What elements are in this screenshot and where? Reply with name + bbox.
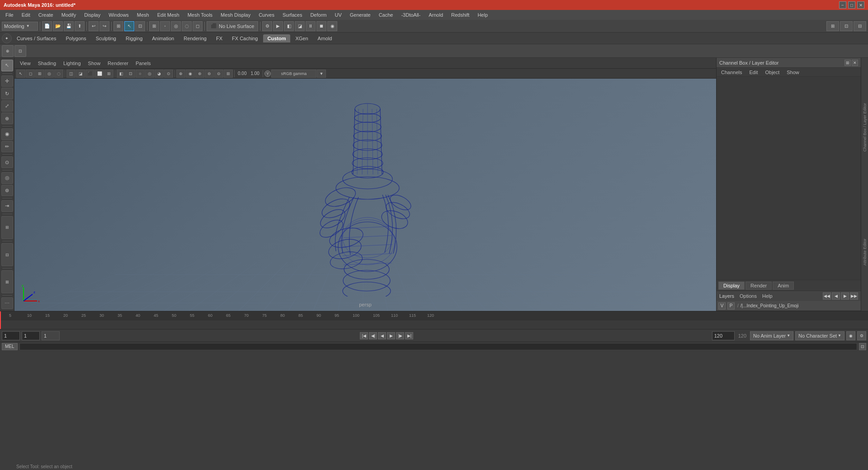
command-input[interactable] — [19, 343, 857, 350]
anim-tab[interactable]: Anim — [773, 282, 794, 290]
vp-menu-renderer[interactable]: Renderer — [105, 60, 131, 67]
channel-box-close[interactable]: ✕ — [852, 60, 858, 66]
vp-ikhandle-btn[interactable]: ⊜ — [205, 70, 214, 78]
vp-dof-btn[interactable]: ⊙ — [164, 70, 173, 78]
snap-to-curve-button[interactable]: ◦ — [160, 21, 170, 31]
vertical-tab-attr-editor[interactable]: Attribute Editor — [863, 239, 867, 266]
select-by-hierarchy-button[interactable]: ⊞ — [113, 21, 123, 31]
shelf-tab-fx[interactable]: FX — [212, 34, 227, 42]
anim-layer-dropdown[interactable]: No Anim Layer ▼ — [750, 331, 793, 340]
layer-next-single-btn[interactable]: ▶ — [841, 292, 849, 300]
stop-render-button[interactable]: ⏹ — [316, 21, 326, 31]
menu-3dtoa[interactable]: -3DtoAll- — [397, 11, 424, 19]
menu-uv[interactable]: UV — [331, 11, 345, 19]
step-back-btn[interactable]: ◀| — [369, 332, 377, 339]
vp-menu-show[interactable]: Show — [85, 60, 104, 67]
maximize-button[interactable]: □ — [848, 1, 855, 9]
snap-to-surface-button[interactable]: ◌ — [182, 21, 192, 31]
menu-mesh-tools[interactable]: Mesh Tools — [184, 11, 216, 19]
snap-together-button[interactable]: ⇥ — [1, 200, 13, 212]
shelf-icon-1[interactable]: ⊕ — [2, 45, 14, 57]
snap-to-view-plane-button[interactable]: ◻ — [193, 21, 203, 31]
vertical-tab-channel-box[interactable]: Channel Box / Layer Editor — [863, 103, 867, 152]
timeline-scrubber[interactable] — [0, 320, 868, 329]
vp-gamma-dropdown[interactable]: sRGB gamma — [271, 70, 316, 78]
timeline-ruler[interactable]: 5 10 15 20 25 30 35 40 45 50 55 60 65 70… — [0, 311, 868, 320]
vp-shadow-btn[interactable]: ◕ — [155, 70, 164, 78]
new-file-button[interactable]: 📄 — [42, 21, 52, 31]
vp-menu-lighting[interactable]: Lighting — [61, 60, 84, 67]
menu-help[interactable]: Help — [474, 11, 491, 19]
vp-paint-sel-btn[interactable]: ◎ — [45, 70, 54, 78]
vp-four-views-btn[interactable]: ⊞ — [104, 70, 113, 78]
layers-options[interactable]: Options — [740, 293, 757, 299]
menu-display[interactable]: Display — [80, 11, 104, 19]
workspace-btn1[interactable]: ⊞ — [826, 21, 839, 31]
shelf-tab-xgen[interactable]: XGen — [291, 34, 312, 42]
universal-manip-button[interactable]: ⊕ — [1, 113, 13, 124]
display-layers-button[interactable]: ⊞ — [1, 216, 13, 239]
vp-menu-shading[interactable]: Shading — [35, 60, 59, 67]
minimize-button[interactable]: − — [839, 1, 846, 9]
ipr-render-button[interactable]: ◪ — [295, 21, 305, 31]
open-file-button[interactable]: 📂 — [53, 21, 63, 31]
menu-redshift[interactable]: Redshift — [448, 11, 473, 19]
menu-edit[interactable]: Edit — [18, 11, 34, 19]
vp-xray-btn[interactable]: ◉ — [186, 70, 195, 78]
go-end-btn[interactable]: ▶| — [405, 332, 413, 339]
menu-modify[interactable]: Modify — [58, 11, 80, 19]
scale-tool-button[interactable]: ⤢ — [1, 100, 13, 112]
menu-edit-mesh[interactable]: Edit Mesh — [154, 11, 183, 19]
shelf-tab-sculpting[interactable]: Sculpting — [91, 34, 121, 42]
vp-gamma-icon[interactable]: Υ — [264, 70, 271, 77]
mode-dropdown[interactable]: Modeling ▼ — [2, 22, 38, 31]
layer-row-emoji[interactable]: V P / /|...Index_Pointing_Up_Emoji — [717, 301, 861, 311]
shelf-tab-custom[interactable]: Custom — [263, 34, 291, 42]
vp-wireframe-btn[interactable]: ◫ — [66, 70, 75, 78]
pause-render-button[interactable]: ⏸ — [306, 21, 316, 31]
select-object-button[interactable]: ↖ — [124, 21, 134, 31]
vp-smooth-btn[interactable]: ◪ — [76, 70, 85, 78]
lasso-select-button[interactable]: ◎ — [1, 172, 13, 184]
preferences-btn[interactable]: ⚙ — [857, 331, 866, 340]
vp-smooth-shade-btn[interactable]: ◧ — [117, 70, 126, 78]
vp-gamma-dropdown-arrow[interactable]: ▼ — [317, 70, 326, 78]
render-settings-button[interactable]: ⚙ — [262, 21, 272, 31]
vp-flat-btn[interactable]: ⬛ — [85, 70, 94, 78]
current-frame-input[interactable] — [22, 331, 40, 340]
menu-cache[interactable]: Cache — [375, 11, 397, 19]
viewport-canvas[interactable]: .wire { stroke: #1a2a8a; stroke-width: 1… — [14, 79, 716, 311]
vp-orbit-btn[interactable]: ◌ — [54, 70, 63, 78]
step-fwd-btn[interactable]: |▶ — [396, 332, 404, 339]
menu-mesh-display[interactable]: Mesh Display — [217, 11, 254, 19]
show-manipulator-button[interactable]: ⊙ — [1, 156, 13, 168]
render-settings-2-button[interactable]: ◉ — [327, 21, 337, 31]
soft-mod-button[interactable]: ◉ — [1, 128, 13, 140]
menu-deform[interactable]: Deform — [307, 11, 330, 19]
autokey-btn[interactable]: ◉ — [846, 331, 855, 340]
select-component-button[interactable]: ⊡ — [135, 21, 145, 31]
menu-generate[interactable]: Generate — [346, 11, 374, 19]
vp-bounding-btn[interactable]: ⬜ — [95, 70, 104, 78]
paint-weights-button[interactable]: ✏ — [1, 141, 13, 153]
vp-deformer-btn[interactable]: ⊝ — [214, 70, 223, 78]
menu-mesh[interactable]: Mesh — [133, 11, 153, 19]
end-frame-input[interactable] — [712, 331, 735, 340]
start-frame-input[interactable] — [2, 331, 20, 340]
shelf-icon-2[interactable]: ⊡ — [14, 45, 26, 57]
menu-surfaces[interactable]: Surfaces — [279, 11, 306, 19]
vp-ambient-btn[interactable]: ○ — [136, 70, 145, 78]
shelf-tab-arnold[interactable]: Arnold — [313, 34, 337, 42]
shelf-tab-curves-surfaces[interactable]: Curves / Surfaces — [12, 34, 61, 42]
workspace-btn2[interactable]: ⊡ — [840, 21, 853, 31]
layer-visibility-btn[interactable]: V — [718, 302, 726, 310]
bottom-extra-button[interactable]: ⋯ — [1, 297, 13, 309]
select-tool-button[interactable]: ↖ — [1, 60, 13, 71]
maya-logo[interactable]: ✦ — [2, 33, 12, 43]
cb-menu-edit[interactable]: Edit — [746, 69, 760, 76]
render-button[interactable]: ▶ — [273, 21, 283, 31]
snap-to-grid-button[interactable]: ⊞ — [149, 21, 159, 31]
vp-texture-btn[interactable]: ⊡ — [126, 70, 135, 78]
shelf-tab-rigging[interactable]: Rigging — [121, 34, 147, 42]
menu-curves[interactable]: Curves — [255, 11, 278, 19]
